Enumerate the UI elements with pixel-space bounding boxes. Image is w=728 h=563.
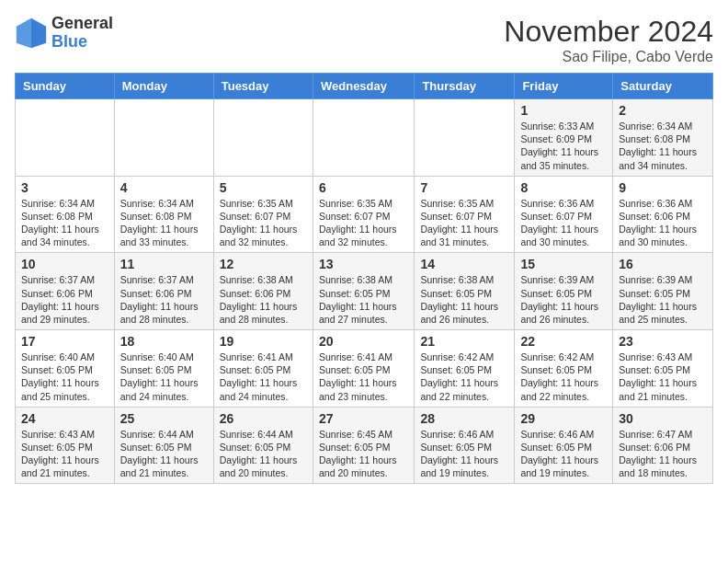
calendar-cell: 6Sunrise: 6:35 AM Sunset: 6:07 PM Daylig… <box>313 176 414 253</box>
day-info: Sunrise: 6:35 AM Sunset: 6:07 PM Dayligh… <box>319 197 408 249</box>
day-number: 2 <box>619 103 707 118</box>
calendar-cell: 18Sunrise: 6:40 AM Sunset: 6:05 PM Dayli… <box>114 330 213 408</box>
day-info: Sunrise: 6:36 AM Sunset: 6:07 PM Dayligh… <box>520 197 607 249</box>
calendar-cell: 17Sunrise: 6:40 AM Sunset: 6:05 PM Dayli… <box>16 330 115 408</box>
day-info: Sunrise: 6:34 AM Sunset: 6:08 PM Dayligh… <box>120 197 208 249</box>
day-number: 20 <box>319 334 408 349</box>
calendar-cell: 15Sunrise: 6:39 AM Sunset: 6:05 PM Dayli… <box>515 253 613 330</box>
day-info: Sunrise: 6:42 AM Sunset: 6:05 PM Dayligh… <box>420 350 508 403</box>
weekday-header-sunday: Sunday <box>16 74 115 99</box>
logo-text: General Blue <box>51 15 113 52</box>
day-number: 1 <box>520 103 607 118</box>
logo-general: General <box>51 15 113 33</box>
day-info: Sunrise: 6:38 AM Sunset: 6:05 PM Dayligh… <box>420 273 508 326</box>
day-number: 21 <box>420 334 508 349</box>
day-number: 28 <box>420 411 508 426</box>
calendar-cell: 2Sunrise: 6:34 AM Sunset: 6:08 PM Daylig… <box>613 99 713 177</box>
calendar-cell: 4Sunrise: 6:34 AM Sunset: 6:08 PM Daylig… <box>114 176 213 253</box>
day-info: Sunrise: 6:39 AM Sunset: 6:05 PM Dayligh… <box>520 273 607 326</box>
day-info: Sunrise: 6:41 AM Sunset: 6:05 PM Dayligh… <box>319 350 408 403</box>
calendar-cell: 19Sunrise: 6:41 AM Sunset: 6:05 PM Dayli… <box>213 330 313 408</box>
weekday-header-wednesday: Wednesday <box>313 74 414 99</box>
calendar-cell <box>16 99 115 177</box>
day-info: Sunrise: 6:39 AM Sunset: 6:05 PM Dayligh… <box>619 273 707 326</box>
calendar-cell: 25Sunrise: 6:44 AM Sunset: 6:05 PM Dayli… <box>114 407 213 484</box>
calendar-cell: 1Sunrise: 6:33 AM Sunset: 6:09 PM Daylig… <box>515 99 613 177</box>
logo: General Blue <box>15 15 113 52</box>
day-number: 12 <box>220 257 307 271</box>
day-info: Sunrise: 6:33 AM Sunset: 6:09 PM Dayligh… <box>520 120 607 172</box>
day-number: 22 <box>520 334 607 349</box>
day-info: Sunrise: 6:43 AM Sunset: 6:05 PM Dayligh… <box>619 350 707 403</box>
day-info: Sunrise: 6:47 AM Sunset: 6:06 PM Dayligh… <box>619 428 707 480</box>
calendar-week-3: 10Sunrise: 6:37 AM Sunset: 6:06 PM Dayli… <box>16 253 713 330</box>
calendar-cell: 27Sunrise: 6:45 AM Sunset: 6:05 PM Dayli… <box>313 407 414 484</box>
calendar-header: SundayMondayTuesdayWednesdayThursdayFrid… <box>16 74 713 99</box>
day-info: Sunrise: 6:46 AM Sunset: 6:05 PM Dayligh… <box>520 428 607 480</box>
calendar-title: November 2024 <box>504 15 713 49</box>
calendar-cell: 10Sunrise: 6:37 AM Sunset: 6:06 PM Dayli… <box>16 253 115 330</box>
day-info: Sunrise: 6:42 AM Sunset: 6:05 PM Dayligh… <box>520 350 607 403</box>
calendar-cell: 22Sunrise: 6:42 AM Sunset: 6:05 PM Dayli… <box>515 330 613 408</box>
calendar-cell: 21Sunrise: 6:42 AM Sunset: 6:05 PM Dayli… <box>415 330 515 408</box>
calendar-cell: 23Sunrise: 6:43 AM Sunset: 6:05 PM Dayli… <box>613 330 713 408</box>
calendar-cell: 5Sunrise: 6:35 AM Sunset: 6:07 PM Daylig… <box>213 176 313 253</box>
calendar-subtitle: Sao Filipe, Cabo Verde <box>504 49 713 65</box>
calendar-cell: 11Sunrise: 6:37 AM Sunset: 6:06 PM Dayli… <box>114 253 213 330</box>
calendar-cell: 29Sunrise: 6:46 AM Sunset: 6:05 PM Dayli… <box>515 407 613 484</box>
day-info: Sunrise: 6:43 AM Sunset: 6:05 PM Dayligh… <box>21 428 108 480</box>
weekday-header-friday: Friday <box>515 74 613 99</box>
day-info: Sunrise: 6:45 AM Sunset: 6:05 PM Dayligh… <box>319 428 408 480</box>
day-info: Sunrise: 6:35 AM Sunset: 6:07 PM Dayligh… <box>420 197 508 249</box>
day-info: Sunrise: 6:41 AM Sunset: 6:05 PM Dayligh… <box>220 350 307 403</box>
calendar-cell: 8Sunrise: 6:36 AM Sunset: 6:07 PM Daylig… <box>515 176 613 253</box>
calendar-cell: 20Sunrise: 6:41 AM Sunset: 6:05 PM Dayli… <box>313 330 414 408</box>
day-number: 14 <box>420 257 508 271</box>
title-block: November 2024 Sao Filipe, Cabo Verde <box>504 15 713 65</box>
calendar-cell: 7Sunrise: 6:35 AM Sunset: 6:07 PM Daylig… <box>415 176 515 253</box>
calendar-cell <box>313 99 414 177</box>
day-info: Sunrise: 6:44 AM Sunset: 6:05 PM Dayligh… <box>220 428 307 480</box>
day-number: 26 <box>220 411 307 426</box>
day-number: 23 <box>619 334 707 349</box>
calendar-cell: 30Sunrise: 6:47 AM Sunset: 6:06 PM Dayli… <box>613 407 713 484</box>
calendar-cell: 16Sunrise: 6:39 AM Sunset: 6:05 PM Dayli… <box>613 253 713 330</box>
calendar-cell <box>114 99 213 177</box>
day-info: Sunrise: 6:44 AM Sunset: 6:05 PM Dayligh… <box>120 428 208 480</box>
day-number: 3 <box>21 180 108 195</box>
day-info: Sunrise: 6:34 AM Sunset: 6:08 PM Dayligh… <box>21 197 108 249</box>
calendar-cell: 3Sunrise: 6:34 AM Sunset: 6:08 PM Daylig… <box>16 176 115 253</box>
day-number: 4 <box>120 180 208 195</box>
calendar-week-2: 3Sunrise: 6:34 AM Sunset: 6:08 PM Daylig… <box>16 176 713 253</box>
weekday-header-saturday: Saturday <box>613 74 713 99</box>
calendar-cell: 9Sunrise: 6:36 AM Sunset: 6:06 PM Daylig… <box>613 176 713 253</box>
day-number: 9 <box>619 180 707 195</box>
calendar-cell: 28Sunrise: 6:46 AM Sunset: 6:05 PM Dayli… <box>415 407 515 484</box>
day-number: 10 <box>21 257 108 271</box>
weekday-header-thursday: Thursday <box>415 74 515 99</box>
day-number: 24 <box>21 411 108 426</box>
calendar-cell: 13Sunrise: 6:38 AM Sunset: 6:05 PM Dayli… <box>313 253 414 330</box>
svg-marker-3 <box>31 18 46 48</box>
day-info: Sunrise: 6:38 AM Sunset: 6:05 PM Dayligh… <box>319 273 408 326</box>
day-info: Sunrise: 6:35 AM Sunset: 6:07 PM Dayligh… <box>220 197 307 249</box>
day-number: 29 <box>520 411 607 426</box>
day-info: Sunrise: 6:38 AM Sunset: 6:06 PM Dayligh… <box>220 273 307 326</box>
svg-marker-4 <box>17 18 31 48</box>
day-info: Sunrise: 6:36 AM Sunset: 6:06 PM Dayligh… <box>619 197 707 249</box>
day-info: Sunrise: 6:34 AM Sunset: 6:08 PM Dayligh… <box>619 120 707 172</box>
weekday-row: SundayMondayTuesdayWednesdayThursdayFrid… <box>16 74 713 99</box>
day-number: 19 <box>220 334 307 349</box>
calendar-cell: 24Sunrise: 6:43 AM Sunset: 6:05 PM Dayli… <box>16 407 115 484</box>
calendar-cell: 26Sunrise: 6:44 AM Sunset: 6:05 PM Dayli… <box>213 407 313 484</box>
weekday-header-monday: Monday <box>114 74 213 99</box>
day-number: 5 <box>220 180 307 195</box>
calendar-cell <box>415 99 515 177</box>
calendar-week-4: 17Sunrise: 6:40 AM Sunset: 6:05 PM Dayli… <box>16 330 713 408</box>
day-number: 18 <box>120 334 208 349</box>
day-number: 6 <box>319 180 408 195</box>
calendar-cell: 12Sunrise: 6:38 AM Sunset: 6:06 PM Dayli… <box>213 253 313 330</box>
calendar-cell: 14Sunrise: 6:38 AM Sunset: 6:05 PM Dayli… <box>415 253 515 330</box>
calendar-week-5: 24Sunrise: 6:43 AM Sunset: 6:05 PM Dayli… <box>16 407 713 484</box>
logo-icon <box>15 17 48 50</box>
